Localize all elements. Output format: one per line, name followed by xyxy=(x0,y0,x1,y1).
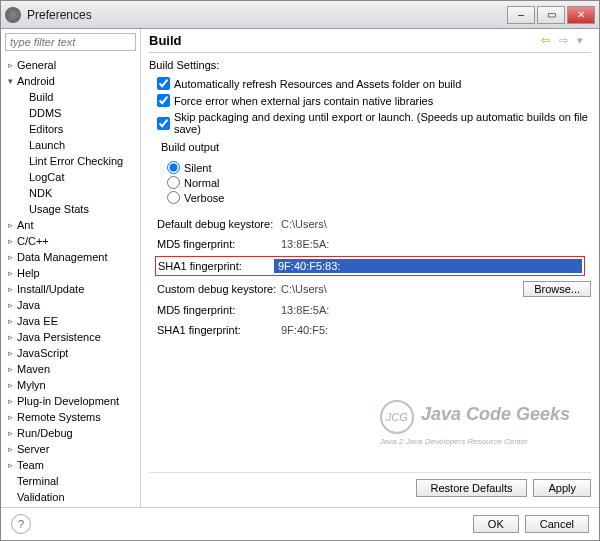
tree-item-label: Server xyxy=(15,443,49,455)
tree-item-install-update[interactable]: ▹Install/Update xyxy=(3,281,138,297)
tree-item-label: Team xyxy=(15,459,44,471)
tree-item-label: Usage Stats xyxy=(27,203,89,215)
tree-item-mylyn[interactable]: ▹Mylyn xyxy=(3,377,138,393)
tree-item-label: Maven xyxy=(15,363,50,375)
browse-button[interactable]: Browse... xyxy=(523,281,591,297)
maximize-button[interactable]: ▭ xyxy=(537,6,565,24)
tree-item-team[interactable]: ▹Team xyxy=(3,457,138,473)
silent-label: Silent xyxy=(184,162,212,174)
sha1-row-2: SHA1 fingerprint: 9F:40:F5: xyxy=(157,323,591,337)
restore-defaults-button[interactable]: Restore Defaults xyxy=(416,479,528,497)
tree-item-lint-error-checking[interactable]: Lint Error Checking xyxy=(3,153,138,169)
tree-item-validation[interactable]: Validation xyxy=(3,489,138,505)
tree-item-logcat[interactable]: LogCat xyxy=(3,169,138,185)
tree-item-label: Data Management xyxy=(15,251,108,263)
tree-item-terminal[interactable]: Terminal xyxy=(3,473,138,489)
tree-expand-icon[interactable]: ▹ xyxy=(5,364,15,374)
tree-item-maven[interactable]: ▹Maven xyxy=(3,361,138,377)
silent-radio-row[interactable]: Silent xyxy=(167,161,591,174)
tree-item-ant[interactable]: ▹Ant xyxy=(3,217,138,233)
tree-item-plug-in-development[interactable]: ▹Plug-in Development xyxy=(3,393,138,409)
force-error-checkbox-row[interactable]: Force error when external jars contain n… xyxy=(157,94,591,107)
default-keystore-row: Default debug keystore: C:\Users\ xyxy=(157,217,591,231)
cancel-button[interactable]: Cancel xyxy=(525,515,589,533)
tree-expand-icon[interactable]: ▹ xyxy=(5,444,15,454)
tree-item-javascript[interactable]: ▹JavaScript xyxy=(3,345,138,361)
window-title: Preferences xyxy=(27,8,507,22)
tree-expand-icon[interactable]: ▹ xyxy=(5,348,15,358)
help-icon[interactable]: ? xyxy=(11,514,31,534)
normal-radio[interactable] xyxy=(167,176,180,189)
tree-item-ndk[interactable]: NDK xyxy=(3,185,138,201)
custom-keystore-label: Custom debug keystore: xyxy=(157,283,277,295)
auto-refresh-checkbox[interactable] xyxy=(157,77,170,90)
tree-expand-icon[interactable]: ▹ xyxy=(5,268,15,278)
tree-item-data-management[interactable]: ▹Data Management xyxy=(3,249,138,265)
tree-item-editors[interactable]: Editors xyxy=(3,121,138,137)
preferences-window: Preferences – ▭ ✕ ▹General▾AndroidBuildD… xyxy=(0,0,600,541)
verbose-radio[interactable] xyxy=(167,191,180,204)
tree-expand-icon[interactable]: ▹ xyxy=(5,284,15,294)
tree-expand-icon[interactable]: ▹ xyxy=(5,60,15,70)
tree-item-java[interactable]: ▹Java xyxy=(3,297,138,313)
tree-expand-icon[interactable]: ▹ xyxy=(5,460,15,470)
skip-packaging-checkbox-row[interactable]: Skip packaging and dexing until export o… xyxy=(157,111,591,135)
tree-item-label: JavaScript xyxy=(15,347,68,359)
tree-item-label: Remote Systems xyxy=(15,411,101,423)
tree-item-ddms[interactable]: DDMS xyxy=(3,105,138,121)
tree-expand-icon[interactable]: ▹ xyxy=(5,380,15,390)
tree-expand-icon[interactable]: ▹ xyxy=(5,236,15,246)
menu-arrow-icon[interactable]: ▾ xyxy=(577,34,591,48)
tree-item-launch[interactable]: Launch xyxy=(3,137,138,153)
tree-item-label: Terminal xyxy=(15,475,59,487)
auto-refresh-checkbox-row[interactable]: Automatically refresh Resources and Asse… xyxy=(157,77,591,90)
verbose-label: Verbose xyxy=(184,192,224,204)
tree-item-label: Run/Debug xyxy=(15,427,73,439)
tree-expand-icon[interactable]: ▹ xyxy=(5,316,15,326)
skip-packaging-checkbox[interactable] xyxy=(157,117,170,130)
tree-item-usage-stats[interactable]: Usage Stats xyxy=(3,201,138,217)
tree-expand-icon[interactable]: ▹ xyxy=(5,412,15,422)
tree-expand-icon[interactable]: ▹ xyxy=(5,252,15,262)
tree-item-build[interactable]: Build xyxy=(3,89,138,105)
force-error-checkbox[interactable] xyxy=(157,94,170,107)
tree-item-remote-systems[interactable]: ▹Remote Systems xyxy=(3,409,138,425)
tree-item-help[interactable]: ▹Help xyxy=(3,265,138,281)
sha1-label-2: SHA1 fingerprint: xyxy=(157,324,277,336)
tree-expand-icon[interactable]: ▹ xyxy=(5,220,15,230)
close-button[interactable]: ✕ xyxy=(567,6,595,24)
tree-item-label: Launch xyxy=(27,139,65,151)
sha1-value[interactable]: 9F:40:F5:83: xyxy=(274,259,582,273)
tree-expand-icon[interactable]: ▹ xyxy=(5,428,15,438)
app-icon xyxy=(5,7,21,23)
tree-item-label: Validation xyxy=(15,491,65,503)
main-panel: Build ⇦ ⇨ ▾ Build Settings: Automaticall… xyxy=(141,29,599,507)
build-output-label: Build output xyxy=(161,141,591,153)
tree-item-java-ee[interactable]: ▹Java EE xyxy=(3,313,138,329)
forward-arrow-icon[interactable]: ⇨ xyxy=(559,34,573,48)
tree-item-c-c-[interactable]: ▹C/C++ xyxy=(3,233,138,249)
default-keystore-value: C:\Users\ xyxy=(277,217,591,231)
tree-expand-icon[interactable]: ▹ xyxy=(5,300,15,310)
tree-item-server[interactable]: ▹Server xyxy=(3,441,138,457)
apply-button[interactable]: Apply xyxy=(533,479,591,497)
custom-keystore-row: Custom debug keystore: C:\Users\ Browse.… xyxy=(157,281,591,297)
tree-item-run-debug[interactable]: ▹Run/Debug xyxy=(3,425,138,441)
back-arrow-icon[interactable]: ⇦ xyxy=(541,34,555,48)
tree-item-general[interactable]: ▹General xyxy=(3,57,138,73)
verbose-radio-row[interactable]: Verbose xyxy=(167,191,591,204)
minimize-button[interactable]: – xyxy=(507,6,535,24)
md5-row: MD5 fingerprint: 13:8E:5A: xyxy=(157,237,591,251)
tree-expand-icon[interactable]: ▹ xyxy=(5,332,15,342)
md5-label: MD5 fingerprint: xyxy=(157,238,277,250)
silent-radio[interactable] xyxy=(167,161,180,174)
filter-input[interactable] xyxy=(5,33,136,51)
normal-radio-row[interactable]: Normal xyxy=(167,176,591,189)
ok-button[interactable]: OK xyxy=(473,515,519,533)
skip-packaging-label: Skip packaging and dexing until export o… xyxy=(174,111,591,135)
tree-expand-icon[interactable]: ▹ xyxy=(5,396,15,406)
tree-expand-icon[interactable]: ▾ xyxy=(5,76,15,86)
preferences-tree[interactable]: ▹General▾AndroidBuildDDMSEditorsLaunchLi… xyxy=(1,55,140,507)
tree-item-java-persistence[interactable]: ▹Java Persistence xyxy=(3,329,138,345)
tree-item-android[interactable]: ▾Android xyxy=(3,73,138,89)
